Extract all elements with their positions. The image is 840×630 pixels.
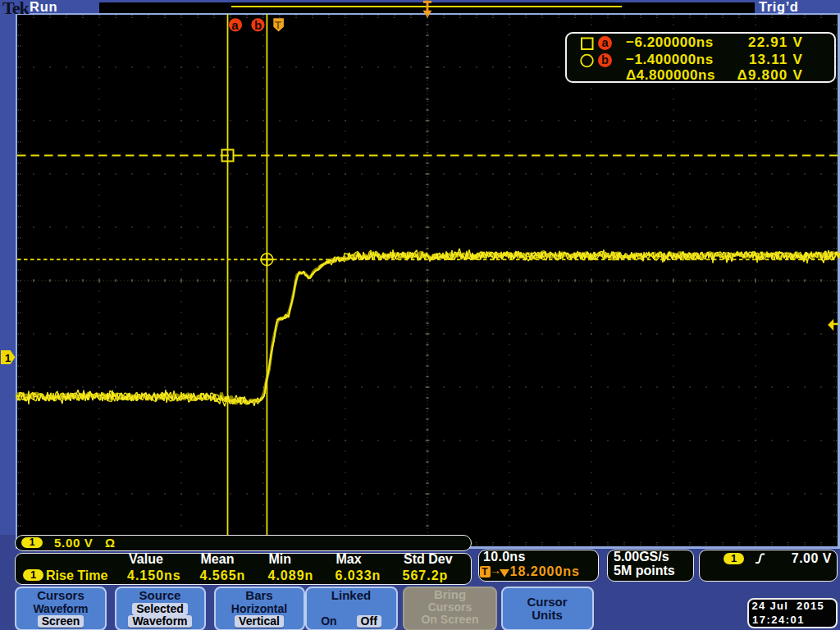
svg-text:b: b [254, 18, 262, 32]
svg-text:T: T [275, 19, 282, 31]
svg-text:1: 1 [5, 352, 11, 364]
svg-text:a: a [231, 18, 239, 32]
